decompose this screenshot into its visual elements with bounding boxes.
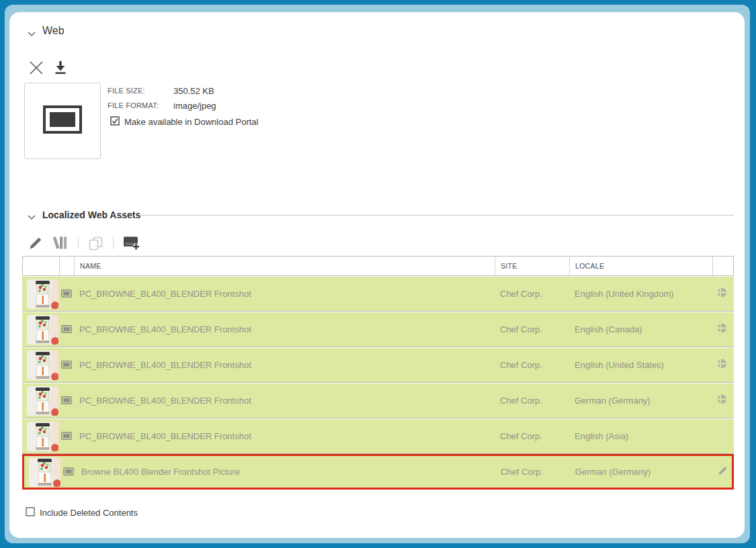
globe-icon[interactable] [717,323,727,336]
compare-versions-button[interactable] [52,235,69,250]
include-deleted-checkbox-row[interactable]: Include Deleted Contents [26,507,138,518]
checkbox-checked-icon[interactable] [110,116,120,128]
asset-name: PC_BROWNE_BL400_BLENDER Frontshot [74,348,495,382]
add-image-button[interactable] [122,234,140,251]
assets-toolbar [28,234,140,251]
table-row[interactable]: PC_BROWNE_BL400_BLENDER Frontshot Chef C… [22,419,734,454]
asset-locale: English (United Kingdom) [569,277,712,311]
asset-thumbnail [27,315,58,345]
asset-locale: German (Germany) [570,456,712,488]
header-thumbnail-column [23,257,60,275]
asset-thumbnail [27,279,58,309]
image-type-icon [61,359,72,371]
table-row[interactable]: PC_BROWNE_BL400_BLENDER Frontshot Chef C… [22,348,734,383]
globe-icon[interactable] [717,359,727,371]
edit-pencil-icon[interactable] [717,465,728,479]
asset-preview-thumbnail[interactable] [24,83,101,159]
asset-locale: English (Canada) [569,312,712,347]
web-section-title: Web [42,25,65,37]
image-type-icon [61,395,72,407]
edit-pencil-button[interactable] [28,235,43,250]
header-type-column [60,257,75,275]
toolbar-separator [113,237,114,249]
asset-locale: German (Germany) [569,383,712,418]
table-row-selected[interactable]: Browne BL400 Blender Frontshot Picture C… [22,454,734,490]
image-type-icon [61,324,72,336]
asset-thumbnail [27,351,58,380]
copy-duplicate-button[interactable] [87,235,104,251]
globe-icon[interactable] [717,394,727,407]
localized-section-chevron[interactable] [27,211,36,223]
asset-name: Browne BL400 Blender Frontshot Picture [76,456,495,488]
globe-icon[interactable] [717,287,727,300]
table-row[interactable]: PC_BROWNE_BL400_BLENDER Frontshot Chef C… [22,277,734,312]
download-button[interactable] [53,60,68,79]
remove-asset-button[interactable] [28,59,45,79]
download-portal-checkbox-row[interactable]: Make available in Download Portal [110,116,258,128]
image-type-icon [61,288,72,300]
asset-thumbnail [27,386,58,416]
asset-name: PC_BROWNE_BL400_BLENDER Frontshot [74,383,495,418]
chevron-down-icon [27,28,36,39]
asset-locale: English (Asia) [569,419,712,453]
checkbox-unchecked-icon[interactable] [26,507,35,518]
download-portal-label: Make available in Download Portal [124,117,258,127]
asset-site: Chef Corp. [495,277,569,311]
header-locale[interactable]: LOCALE [570,257,713,275]
file-format-label: FILE FORMAT: [108,101,159,109]
asset-locale: English (United States) [569,348,712,382]
asset-site: Chef Corp. [495,419,569,453]
image-type-icon [61,430,72,443]
asset-thumbnail [29,457,60,487]
file-format-value: image/jpeg [173,101,216,111]
table-row[interactable]: PC_BROWNE_BL400_BLENDER Frontshot Chef C… [22,383,734,418]
chevron-down-icon [27,211,36,222]
include-deleted-label: Include Deleted Contents [40,508,138,518]
image-placeholder-icon [43,105,82,136]
localized-assets-table: NAME SITE LOCALE PC_BROWNE_BL400_BLENDER… [22,256,734,490]
file-size-value: 350.52 KB [173,86,214,96]
localized-section-title: Localized Web Assets [42,210,140,220]
download-icon [53,60,68,79]
asset-site: Chef Corp. [495,348,569,382]
web-section-chevron[interactable] [27,28,36,40]
asset-site: Chef Corp. [495,312,569,347]
asset-name: PC_BROWNE_BL400_BLENDER Frontshot [74,277,495,311]
toolbar-separator [78,237,79,249]
image-type-icon [63,466,74,478]
header-actions-column [713,257,732,275]
table-row[interactable]: PC_BROWNE_BL400_BLENDER Frontshot Chef C… [22,312,734,347]
header-site[interactable]: SITE [495,257,570,275]
section-divider [139,215,734,216]
asset-name: PC_BROWNE_BL400_BLENDER Frontshot [74,312,495,347]
close-icon [28,59,45,79]
header-name[interactable]: NAME [75,257,495,275]
asset-site: Chef Corp. [495,456,570,488]
asset-thumbnail [27,422,58,451]
asset-site: Chef Corp. [495,383,569,418]
table-header-row: NAME SITE LOCALE [22,256,734,276]
asset-name: PC_BROWNE_BL400_BLENDER Frontshot [74,419,495,453]
file-size-label: FILE SIZE: [108,87,145,95]
